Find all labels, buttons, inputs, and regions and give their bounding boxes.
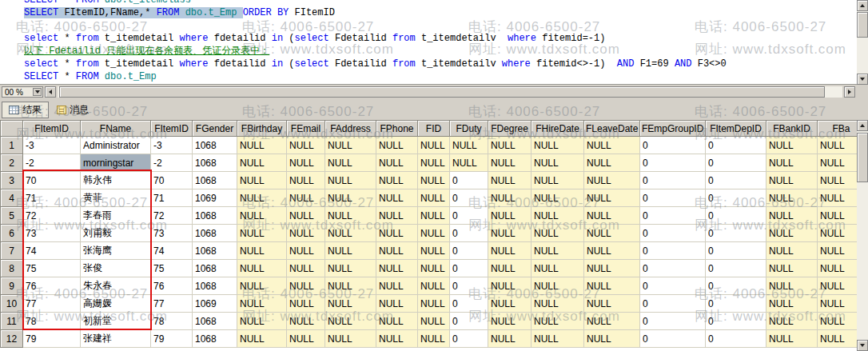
- scroll-up-button[interactable]: [857, 0, 868, 11]
- grid-cell[interactable]: NULL: [532, 295, 584, 313]
- grid-cell[interactable]: 75: [151, 260, 193, 277]
- grid-cell[interactable]: NULL: [584, 313, 640, 330]
- grid-cell[interactable]: NULL: [532, 260, 584, 277]
- grid-cell[interactable]: NULL: [450, 154, 488, 172]
- grid-corner-cell[interactable]: [1, 121, 23, 137]
- grid-cell[interactable]: NULL: [287, 295, 325, 313]
- grid-cell[interactable]: NULL: [818, 207, 858, 225]
- grid-cell[interactable]: Administrator: [81, 137, 151, 154]
- grid-cell[interactable]: NULL: [376, 137, 418, 154]
- grid-cell[interactable]: 1068: [193, 277, 237, 295]
- grid-cell[interactable]: NULL: [584, 260, 640, 277]
- grid-cell[interactable]: NULL: [287, 137, 325, 154]
- grid-cell[interactable]: NULL: [766, 225, 818, 242]
- grid-cell[interactable]: NULL: [418, 172, 450, 189]
- grid-cell[interactable]: 0: [706, 313, 766, 330]
- grid-cell[interactable]: 0: [450, 330, 488, 348]
- row-header[interactable]: 9: [1, 277, 23, 295]
- grid-cell[interactable]: NULL: [287, 242, 325, 260]
- grid-cell[interactable]: NULL: [532, 137, 584, 154]
- grid-cell[interactable]: NULL: [532, 330, 584, 348]
- scroll-thumb[interactable]: [857, 12, 868, 38]
- column-header[interactable]: FName: [81, 121, 151, 137]
- scroll-thumb[interactable]: [857, 133, 868, 182]
- grid-cell[interactable]: NULL: [237, 242, 287, 260]
- column-header[interactable]: FPhone: [376, 121, 418, 137]
- grid-cell[interactable]: NULL: [766, 172, 818, 189]
- grid-cell[interactable]: 76: [151, 277, 193, 295]
- grid-cell[interactable]: 1069: [193, 295, 237, 313]
- grid-cell[interactable]: 71: [23, 189, 81, 207]
- grid-cell[interactable]: NULL: [237, 277, 287, 295]
- horizontal-scrollbar-thumb[interactable]: [59, 86, 825, 98]
- sql-line[interactable]: 以下 Fdetailid 只能出现在各余额表、凭证分录表中：: [0, 45, 857, 58]
- grid-cell[interactable]: 72: [23, 207, 81, 225]
- grid-cell[interactable]: NULL: [584, 154, 640, 172]
- grid-cell[interactable]: NULL: [287, 260, 325, 277]
- grid-cell[interactable]: 1068: [193, 154, 237, 172]
- grid-cell[interactable]: 0: [640, 207, 706, 225]
- grid-cell[interactable]: NULL: [488, 207, 532, 225]
- grid-cell[interactable]: 黄菲: [81, 189, 151, 207]
- row-header[interactable]: 2: [1, 154, 23, 172]
- grid-cell[interactable]: 初新堂: [81, 313, 151, 330]
- row-header[interactable]: 7: [1, 242, 23, 260]
- grid-cell[interactable]: 78: [151, 313, 193, 330]
- grid-cell[interactable]: 0: [706, 277, 766, 295]
- grid-cell[interactable]: NULL: [418, 225, 450, 242]
- grid-cell[interactable]: NULL: [584, 277, 640, 295]
- grid-cell[interactable]: NULL: [766, 207, 818, 225]
- grid-cell[interactable]: NULL: [325, 330, 376, 348]
- grid-cell[interactable]: 0: [706, 225, 766, 242]
- grid-cell[interactable]: -2: [23, 154, 81, 172]
- grid-cell[interactable]: 0: [640, 225, 706, 242]
- grid-cell[interactable]: NULL: [325, 137, 376, 154]
- grid-cell[interactable]: NULL: [584, 172, 640, 189]
- grid-cell[interactable]: NULL: [766, 154, 818, 172]
- grid-cell[interactable]: NULL: [818, 137, 858, 154]
- grid-cell[interactable]: NULL: [584, 207, 640, 225]
- column-header[interactable]: FBankID: [766, 121, 818, 137]
- grid-cell[interactable]: NULL: [488, 154, 532, 172]
- grid-cell[interactable]: NULL: [325, 277, 376, 295]
- grid-cell[interactable]: NULL: [287, 154, 325, 172]
- sql-line[interactable]: [0, 19, 857, 32]
- grid-cell[interactable]: NULL: [237, 172, 287, 189]
- grid-cell[interactable]: 77: [151, 295, 193, 313]
- editor-vertical-scrollbar[interactable]: [857, 0, 868, 85]
- grid-cell[interactable]: NULL: [376, 172, 418, 189]
- scroll-down-button[interactable]: [857, 74, 868, 85]
- zoom-control[interactable]: 00 %: [2, 86, 43, 98]
- grid-cell[interactable]: 0: [450, 260, 488, 277]
- grid-cell[interactable]: NULL: [584, 330, 640, 348]
- grid-cell[interactable]: NULL: [766, 189, 818, 207]
- grid-cell[interactable]: NULL: [532, 189, 584, 207]
- grid-cell[interactable]: NULL: [376, 189, 418, 207]
- grid-cell[interactable]: NULL: [287, 207, 325, 225]
- grid-cell[interactable]: 张俊: [81, 260, 151, 277]
- row-header[interactable]: 11: [1, 313, 23, 330]
- grid-cell[interactable]: NULL: [287, 330, 325, 348]
- grid-cell[interactable]: 0: [450, 313, 488, 330]
- grid-cell[interactable]: NULL: [818, 225, 858, 242]
- column-header[interactable]: FItemID: [23, 121, 81, 137]
- grid-cell[interactable]: NULL: [766, 242, 818, 260]
- grid-cell[interactable]: NULL: [488, 225, 532, 242]
- grid-cell[interactable]: NULL: [418, 277, 450, 295]
- grid-cell[interactable]: NULL: [488, 277, 532, 295]
- grid-cell[interactable]: 70: [23, 172, 81, 189]
- grid-cell[interactable]: NULL: [418, 242, 450, 260]
- grid-cell[interactable]: 张海鹰: [81, 242, 151, 260]
- grid-cell[interactable]: 张建祥: [81, 330, 151, 348]
- grid-cell[interactable]: NULL: [488, 313, 532, 330]
- grid-cell[interactable]: 1068: [193, 330, 237, 348]
- column-header[interactable]: FHireDate: [532, 121, 584, 137]
- scroll-up-button[interactable]: [857, 120, 868, 131]
- grid-cell[interactable]: 0: [640, 277, 706, 295]
- grid-cell[interactable]: 1069: [193, 189, 237, 207]
- grid-cell[interactable]: 0: [640, 189, 706, 207]
- grid-cell[interactable]: 0: [640, 330, 706, 348]
- grid-cell[interactable]: 78: [23, 313, 81, 330]
- grid-cell[interactable]: 0: [706, 260, 766, 277]
- grid-cell[interactable]: 0: [450, 189, 488, 207]
